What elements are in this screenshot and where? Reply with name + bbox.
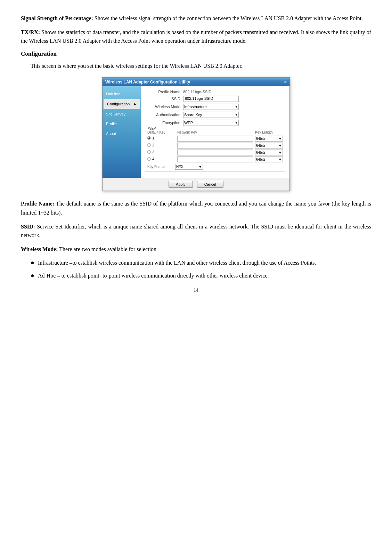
key-length-3-arrow: ▼ xyxy=(278,151,282,154)
wep-row-4: 4 64bits ▼ xyxy=(147,156,283,162)
ssid-input[interactable]: 802.11bgn-SSID xyxy=(183,96,239,102)
radio-4-label: 4 xyxy=(152,157,154,161)
bullet-dot-2: ● xyxy=(31,271,34,281)
ssid-row: SSID 802.11bgn-SSID xyxy=(145,96,285,102)
utility-footer: Apply Cancel xyxy=(103,178,289,191)
page-content: Signal Strength of Percentage: Shows the… xyxy=(21,14,371,293)
utility-body: Link Info Configuration Site Survey Prof… xyxy=(103,86,289,178)
utility-sidebar: Link Info Configuration Site Survey Prof… xyxy=(103,86,141,178)
close-button[interactable]: × xyxy=(284,79,287,85)
key-length-3-select[interactable]: 64bits ▼ xyxy=(255,150,283,155)
network-key-label: Network Key xyxy=(177,130,253,134)
apply-button[interactable]: Apply xyxy=(169,181,193,188)
wireless-mode-paragraph: Wireless Mode: There are two modes avail… xyxy=(21,245,371,254)
key-format-arrow: ▼ xyxy=(198,165,202,169)
network-key-header: Network Key xyxy=(177,130,253,135)
key-length-3-value: 64bits xyxy=(256,151,266,154)
radio-1-label: 1 xyxy=(152,136,154,140)
radio-4-button[interactable] xyxy=(147,157,151,161)
screenshot-container: Wireless LAN Adapter Configuration Utili… xyxy=(21,77,371,191)
utility-window: Wireless LAN Adapter Configuration Utili… xyxy=(102,77,290,191)
encryption-row: Encryption WEP ▼ xyxy=(145,120,285,126)
cancel-button[interactable]: Cancel xyxy=(197,181,223,188)
encryption-select[interactable]: WEP ▼ xyxy=(183,120,239,126)
encryption-value: WEP xyxy=(184,121,193,125)
radio-2-row: 2 xyxy=(147,143,175,147)
authentication-arrow: ▼ xyxy=(235,113,238,117)
ssid-desc-text: Service Set Identifier, which is a uniqu… xyxy=(21,224,371,239)
bullet-item-adhoc: ● Ad-Hoc – to establish point- to-point … xyxy=(31,271,371,281)
authentication-value: Share Key xyxy=(184,113,202,117)
signal-strength-heading: Signal Strength of Percentage: xyxy=(21,15,93,21)
network-key-3-input[interactable] xyxy=(177,150,253,155)
configuration-heading: Configuration xyxy=(21,50,371,57)
radio-2-button[interactable] xyxy=(147,143,151,147)
key-format-value: HEX xyxy=(176,165,183,169)
key-length-1-arrow: ▼ xyxy=(278,137,282,140)
bullet-list: ● Infrastructure –to establish wireless … xyxy=(31,258,371,281)
sidebar-item-linkinfo[interactable]: Link Info xyxy=(103,89,141,99)
encryption-arrow: ▼ xyxy=(235,121,238,125)
radio-3-row: 3 xyxy=(147,150,175,154)
bullet-dot-1: ● xyxy=(31,258,34,268)
authentication-label: Authentication xyxy=(145,113,183,117)
wireless-mode-label: Wireless Mode xyxy=(145,105,183,109)
profile-name-paragraph: Profile Name: The default name is the sa… xyxy=(21,199,371,217)
key-length-1-select[interactable]: 64bits ▼ xyxy=(255,136,283,142)
radio-1-row: 1 xyxy=(147,136,175,140)
profile-name-value: 802.11bgn-SSID xyxy=(183,90,211,94)
key-length-header: Key Length xyxy=(255,130,283,135)
key-format-label: Key Format xyxy=(147,165,175,169)
sidebar-item-about[interactable]: About xyxy=(103,129,141,138)
ssid-label: SSID xyxy=(145,97,183,101)
txrx-heading: TX/RX: xyxy=(21,29,40,35)
network-key-2-input[interactable] xyxy=(177,143,253,148)
wireless-mode-row: Wireless Mode Infrastructure ▼ xyxy=(145,104,285,110)
radio-2-label: 2 xyxy=(152,143,154,147)
profile-name-row: Profile Name 802.11bgn-SSID xyxy=(145,90,285,94)
key-length-label: Key Length xyxy=(255,130,283,134)
utility-main: Profile Name 802.11bgn-SSID SSID 802.11b… xyxy=(141,86,289,178)
network-key-1 xyxy=(177,136,253,142)
network-key-1-input[interactable] xyxy=(177,136,253,142)
key-length-4-value: 64bits xyxy=(256,158,266,161)
radio-1-button[interactable] xyxy=(147,136,151,140)
wep-grid: Default Key Network Key Key Length xyxy=(147,130,283,135)
wireless-mode-select[interactable]: Infrastructure ▼ xyxy=(183,104,239,110)
sidebar-item-sitesurvey[interactable]: Site Survey xyxy=(103,109,141,119)
network-key-4-input[interactable] xyxy=(177,156,253,162)
key-length-2: 64bits ▼ xyxy=(255,143,283,148)
sidebar-item-profile[interactable]: Profile xyxy=(103,119,141,129)
network-key-4 xyxy=(177,156,253,162)
txrx-text: Shows the statistics of data transfer, a… xyxy=(21,29,371,44)
key-length-1: 64bits ▼ xyxy=(255,136,283,142)
radio-3-label: 3 xyxy=(152,150,154,154)
signal-strength-text: Shows the wireless signal strength of th… xyxy=(93,15,363,21)
authentication-row: Authentication Share Key ▼ xyxy=(145,112,285,118)
radio-3-button[interactable] xyxy=(147,150,151,154)
profile-name-label: Profile Name xyxy=(145,90,183,94)
radio-4-row: 4 xyxy=(147,156,175,161)
default-key-label: Default Key xyxy=(147,130,175,134)
sidebar-item-configuration[interactable]: Configuration xyxy=(103,99,140,109)
txrx-paragraph: TX/RX: Shows the statistics of data tran… xyxy=(21,28,371,46)
wep-section: WEP Default Key Network Key Key Length xyxy=(145,129,285,171)
key-format-row: Key Format HEX ▼ xyxy=(147,164,283,170)
profile-name-desc-heading: Profile Name: xyxy=(21,201,54,207)
authentication-select[interactable]: Share Key ▼ xyxy=(183,112,239,118)
key-length-3: 64bits ▼ xyxy=(255,150,283,155)
key-length-2-arrow: ▼ xyxy=(278,144,282,147)
utility-title: Wireless LAN Adapter Configuration Utili… xyxy=(105,80,190,85)
wep-label: WEP xyxy=(147,127,157,130)
wireless-mode-desc-text: There are two modes available for select… xyxy=(58,246,157,252)
default-key-header: Default Key xyxy=(147,130,175,135)
key-format-select[interactable]: HEX ▼ xyxy=(175,164,203,170)
bullet-text-adhoc: Ad-Hoc – to establish point- to-point wi… xyxy=(38,271,269,280)
network-key-2 xyxy=(177,143,253,148)
wireless-mode-value: Infrastructure xyxy=(184,105,207,109)
key-length-4-select[interactable]: 64bits ▼ xyxy=(255,156,283,162)
key-length-2-select[interactable]: 64bits ▼ xyxy=(255,143,283,148)
key-length-2-value: 64bits xyxy=(256,144,266,147)
page-number: 14 xyxy=(21,288,371,293)
network-key-3 xyxy=(177,150,253,155)
